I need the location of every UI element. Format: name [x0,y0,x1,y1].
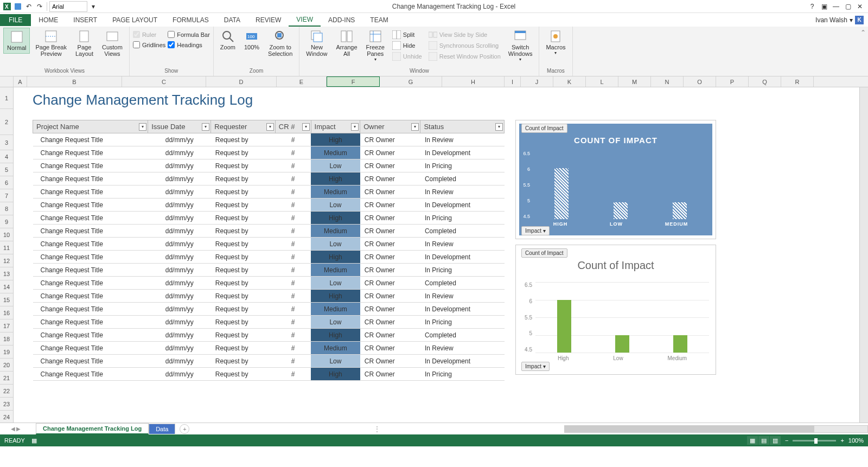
col-header-R[interactable]: R [781,76,814,87]
table-header-0[interactable]: Project Name▾ [33,120,148,133]
filter-icon[interactable]: ▾ [302,123,310,131]
col-header-Q[interactable]: Q [749,76,781,87]
custom-views-button[interactable]: Custom Views [99,28,126,59]
table-header-4[interactable]: Impact▾ [311,120,360,133]
col-header-P[interactable]: P [716,76,749,87]
table-header-5[interactable]: Owner▾ [360,120,420,133]
collapse-ribbon-icon[interactable]: ⌃ [860,29,866,36]
col-header-E[interactable]: E [277,76,327,87]
col-header-M[interactable]: M [618,76,651,87]
col-header-L[interactable]: L [586,76,618,87]
tab-file[interactable]: FILE [0,14,31,26]
col-header-B[interactable]: B [27,76,122,87]
col-header-C[interactable]: C [122,76,206,87]
table-header-2[interactable]: Requester▾ [211,120,275,133]
select-all-cell[interactable] [0,76,14,87]
page-break-button[interactable]: Page Break Preview [32,28,69,59]
row-header-10[interactable]: 10 [0,228,13,241]
row-header-11[interactable]: 11 [0,241,13,254]
maximize-icon[interactable]: ▢ [843,2,853,11]
row-header-13[interactable]: 13 [0,267,13,280]
row-header-22[interactable]: 22 [0,385,13,398]
filter-icon[interactable]: ▾ [139,123,146,131]
zoom-out-icon[interactable]: − [785,437,788,444]
row-header-9[interactable]: 9 [0,215,13,228]
tab-insert[interactable]: INSERT [66,14,105,26]
help-icon[interactable]: ? [807,2,817,11]
filter-icon[interactable]: ▾ [266,123,274,131]
col-header-G[interactable]: G [380,76,442,87]
tab-review[interactable]: REVIEW [248,14,289,26]
normal-view-button[interactable]: Normal [3,28,30,54]
filter-icon[interactable]: ▾ [351,123,359,131]
headings-checkbox[interactable]: Headings [168,41,210,48]
macros-button[interactable]: Macros▾ [542,28,569,57]
excel-icon[interactable]: X [2,2,12,11]
zoom-100-button[interactable]: 100100% [241,28,263,53]
row-header-24[interactable]: 24 [0,411,13,423]
row-header-15[interactable]: 15 [0,293,13,306]
row-header-12[interactable]: 12 [0,254,13,267]
row-header-6[interactable]: 6 [0,176,13,189]
redo-icon[interactable]: ↷ [35,2,44,11]
tab-home[interactable]: HOME [31,14,66,26]
ruler-checkbox[interactable]: Ruler [133,31,165,38]
chart1-field-pill[interactable]: Count of Impact [521,124,567,133]
tab-formulas[interactable]: FORMULAS [165,14,216,26]
qat-dropdown-icon[interactable]: ▾ [88,2,98,11]
tab-nav-next-icon[interactable]: ▶ [16,426,21,432]
row-header-21[interactable]: 21 [0,372,13,385]
save-icon[interactable] [13,2,23,11]
table-header-1[interactable]: Issue Date▾ [148,120,211,133]
row-header-23[interactable]: 23 [0,398,13,411]
col-header-A[interactable]: A [14,76,27,87]
font-selector[interactable] [49,1,87,12]
sheet-tab-1[interactable]: Change Management Tracking Log [36,423,149,434]
chart2-filter-pill[interactable]: Impact ▾ [521,362,550,371]
row-header-5[interactable]: 5 [0,163,13,176]
close-icon[interactable]: ✕ [855,2,865,11]
row-header-8[interactable]: 8 [0,202,13,215]
tab-view[interactable]: VIEW [289,14,321,27]
row-header-19[interactable]: 19 [0,346,13,359]
row-header-16[interactable]: 16 [0,306,13,319]
page-layout-view-icon[interactable]: ▤ [758,436,769,445]
row-header-14[interactable]: 14 [0,280,13,293]
zoom-button[interactable]: Zoom [217,28,239,53]
horizontal-scrollbar[interactable] [564,425,868,433]
col-header-F[interactable]: F [327,76,380,87]
row-header-7[interactable]: 7 [0,189,13,202]
filter-icon[interactable]: ▾ [411,123,419,131]
split-button[interactable]: Split [390,30,424,40]
ribbon-options-icon[interactable]: ▣ [819,2,829,11]
sheet-tab-2[interactable]: Data [149,424,175,434]
tab-addins[interactable]: ADD-INS [321,14,362,26]
chart2-field-pill[interactable]: Count of Impact [521,248,567,258]
formula-bar-checkbox[interactable]: Formula Bar [168,31,210,38]
undo-icon[interactable]: ↶ [24,2,34,11]
sheet-body[interactable]: Change Management Tracking Log Project N… [14,87,859,423]
table-header-3[interactable]: CR #▾ [275,120,311,133]
col-header-K[interactable]: K [553,76,586,87]
tab-data[interactable]: DATA [216,14,248,26]
vertical-scrollbar[interactable] [859,87,868,423]
row-header-3[interactable]: 3 [0,135,13,150]
minimize-icon[interactable]: — [831,2,841,11]
zoom-level[interactable]: 100% [848,437,864,444]
row-header-2[interactable]: 2 [0,109,13,135]
normal-view-icon[interactable]: ▦ [747,436,758,445]
chart-count-of-impact-2[interactable]: Count of Impact Count of Impact 6.565.55… [515,245,716,375]
chart-count-of-impact-1[interactable]: Count of Impact COUNT OF IMPACT 6.565.55… [515,120,716,239]
zoom-slider[interactable] [793,440,836,442]
page-break-view-icon[interactable]: ▥ [770,436,781,445]
tab-page-layout[interactable]: PAGE LAYOUT [105,14,165,26]
chart1-filter-pill[interactable]: Impact ▾ [521,226,550,235]
add-sheet-button[interactable]: + [180,424,189,434]
side-by-side-button[interactable]: View Side by Side [426,30,503,40]
col-header-H[interactable]: H [442,76,505,87]
page-layout-button[interactable]: Page Layout [72,28,97,59]
col-header-N[interactable]: N [651,76,684,87]
unhide-button[interactable]: Unhide [390,52,424,61]
col-header-J[interactable]: J [521,76,553,87]
arrange-all-button[interactable]: Arrange All [333,28,360,59]
